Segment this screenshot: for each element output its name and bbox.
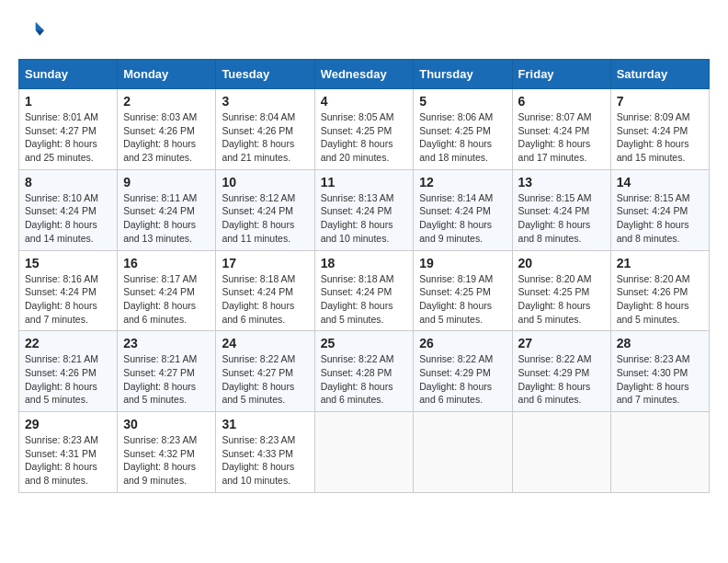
day-number: 24 <box>222 336 308 350</box>
calendar-week-1: 1 Sunrise: 8:01 AM Sunset: 4:27 PM Dayli… <box>19 89 710 170</box>
day-number: 29 <box>25 417 111 431</box>
calendar-cell: 2 Sunrise: 8:03 AM Sunset: 4:26 PM Dayli… <box>118 89 216 170</box>
day-number: 26 <box>419 336 506 350</box>
calendar-cell: 26 Sunrise: 8:22 AM Sunset: 4:29 PM Dayl… <box>414 331 512 412</box>
day-number: 16 <box>123 256 210 270</box>
day-info: Sunrise: 8:22 AM Sunset: 4:29 PM Dayligh… <box>419 352 506 407</box>
day-header-friday: Friday <box>512 60 610 89</box>
page-header <box>18 18 710 44</box>
day-header-saturday: Saturday <box>610 60 709 89</box>
day-info: Sunrise: 8:15 AM Sunset: 4:24 PM Dayligh… <box>518 191 605 246</box>
day-info: Sunrise: 8:23 AM Sunset: 4:31 PM Dayligh… <box>25 433 111 488</box>
calendar-cell: 12 Sunrise: 8:14 AM Sunset: 4:24 PM Dayl… <box>414 169 512 250</box>
day-number: 12 <box>419 175 506 190</box>
day-number: 4 <box>321 94 408 109</box>
calendar-week-3: 15 Sunrise: 8:16 AM Sunset: 4:24 PM Dayl… <box>19 250 710 331</box>
calendar-cell: 25 Sunrise: 8:22 AM Sunset: 4:28 PM Dayl… <box>314 331 414 412</box>
calendar-cell: 28 Sunrise: 8:23 AM Sunset: 4:30 PM Dayl… <box>610 331 709 412</box>
day-info: Sunrise: 8:16 AM Sunset: 4:24 PM Dayligh… <box>25 272 111 327</box>
calendar-cell: 22 Sunrise: 8:21 AM Sunset: 4:26 PM Dayl… <box>19 331 118 412</box>
day-number: 27 <box>518 336 605 350</box>
day-info: Sunrise: 8:15 AM Sunset: 4:24 PM Dayligh… <box>617 191 703 246</box>
day-info: Sunrise: 8:18 AM Sunset: 4:24 PM Dayligh… <box>321 272 408 327</box>
day-info: Sunrise: 8:17 AM Sunset: 4:24 PM Dayligh… <box>123 272 210 327</box>
day-info: Sunrise: 8:20 AM Sunset: 4:26 PM Dayligh… <box>617 272 703 327</box>
calendar-cell: 30 Sunrise: 8:23 AM Sunset: 4:32 PM Dayl… <box>118 412 216 493</box>
svg-marker-0 <box>36 22 44 30</box>
calendar-body: 1 Sunrise: 8:01 AM Sunset: 4:27 PM Dayli… <box>19 89 710 493</box>
day-info: Sunrise: 8:13 AM Sunset: 4:24 PM Dayligh… <box>321 191 408 246</box>
day-info: Sunrise: 8:20 AM Sunset: 4:25 PM Dayligh… <box>518 272 605 327</box>
day-header-sunday: Sunday <box>19 60 118 89</box>
day-number: 25 <box>321 336 408 350</box>
calendar-cell: 7 Sunrise: 8:09 AM Sunset: 4:24 PM Dayli… <box>610 89 709 170</box>
day-number: 19 <box>419 256 506 270</box>
svg-marker-1 <box>36 30 44 36</box>
day-number: 3 <box>222 94 308 109</box>
day-number: 17 <box>222 256 308 270</box>
day-info: Sunrise: 8:18 AM Sunset: 4:24 PM Dayligh… <box>222 272 308 327</box>
day-number: 18 <box>321 256 408 270</box>
calendar-cell: 19 Sunrise: 8:19 AM Sunset: 4:25 PM Dayl… <box>414 250 512 331</box>
day-info: Sunrise: 8:06 AM Sunset: 4:25 PM Dayligh… <box>419 110 506 165</box>
calendar-cell: 13 Sunrise: 8:15 AM Sunset: 4:24 PM Dayl… <box>512 169 610 250</box>
day-info: Sunrise: 8:21 AM Sunset: 4:26 PM Dayligh… <box>25 352 111 407</box>
day-header-tuesday: Tuesday <box>216 60 314 89</box>
day-info: Sunrise: 8:23 AM Sunset: 4:32 PM Dayligh… <box>123 433 210 488</box>
calendar-cell: 11 Sunrise: 8:13 AM Sunset: 4:24 PM Dayl… <box>314 169 414 250</box>
day-number: 6 <box>518 94 605 109</box>
calendar-cell: 18 Sunrise: 8:18 AM Sunset: 4:24 PM Dayl… <box>314 250 414 331</box>
day-info: Sunrise: 8:11 AM Sunset: 4:24 PM Dayligh… <box>123 191 210 246</box>
calendar-cell: 27 Sunrise: 8:22 AM Sunset: 4:29 PM Dayl… <box>512 331 610 412</box>
logo <box>18 18 48 44</box>
calendar-cell: 5 Sunrise: 8:06 AM Sunset: 4:25 PM Dayli… <box>414 89 512 170</box>
calendar-cell: 1 Sunrise: 8:01 AM Sunset: 4:27 PM Dayli… <box>19 89 118 170</box>
calendar-cell: 31 Sunrise: 8:23 AM Sunset: 4:33 PM Dayl… <box>216 412 314 493</box>
header-row: SundayMondayTuesdayWednesdayThursdayFrid… <box>19 60 710 89</box>
day-number: 8 <box>25 175 111 190</box>
day-info: Sunrise: 8:23 AM Sunset: 4:30 PM Dayligh… <box>617 352 703 407</box>
calendar-cell: 16 Sunrise: 8:17 AM Sunset: 4:24 PM Dayl… <box>118 250 216 331</box>
day-number: 2 <box>123 94 210 109</box>
day-number: 31 <box>222 417 308 431</box>
day-number: 13 <box>518 175 605 190</box>
calendar-cell: 3 Sunrise: 8:04 AM Sunset: 4:26 PM Dayli… <box>216 89 314 170</box>
calendar-cell: 4 Sunrise: 8:05 AM Sunset: 4:25 PM Dayli… <box>314 89 414 170</box>
day-number: 28 <box>617 336 703 350</box>
calendar-cell <box>414 412 512 493</box>
calendar-cell <box>314 412 414 493</box>
logo-icon <box>18 18 44 44</box>
day-number: 10 <box>222 175 308 190</box>
day-number: 15 <box>25 256 111 270</box>
day-number: 22 <box>25 336 111 350</box>
calendar-cell: 15 Sunrise: 8:16 AM Sunset: 4:24 PM Dayl… <box>19 250 118 331</box>
calendar-cell: 24 Sunrise: 8:22 AM Sunset: 4:27 PM Dayl… <box>216 331 314 412</box>
calendar-cell <box>610 412 709 493</box>
day-info: Sunrise: 8:21 AM Sunset: 4:27 PM Dayligh… <box>123 352 210 407</box>
day-info: Sunrise: 8:03 AM Sunset: 4:26 PM Dayligh… <box>123 110 210 165</box>
day-number: 1 <box>25 94 111 109</box>
calendar-cell: 23 Sunrise: 8:21 AM Sunset: 4:27 PM Dayl… <box>118 331 216 412</box>
calendar-cell: 17 Sunrise: 8:18 AM Sunset: 4:24 PM Dayl… <box>216 250 314 331</box>
day-info: Sunrise: 8:14 AM Sunset: 4:24 PM Dayligh… <box>419 191 506 246</box>
calendar-cell: 14 Sunrise: 8:15 AM Sunset: 4:24 PM Dayl… <box>610 169 709 250</box>
calendar-cell: 20 Sunrise: 8:20 AM Sunset: 4:25 PM Dayl… <box>512 250 610 331</box>
day-number: 30 <box>123 417 210 431</box>
day-info: Sunrise: 8:09 AM Sunset: 4:24 PM Dayligh… <box>617 110 703 165</box>
day-number: 23 <box>123 336 210 350</box>
day-number: 21 <box>617 256 703 270</box>
calendar-week-2: 8 Sunrise: 8:10 AM Sunset: 4:24 PM Dayli… <box>19 169 710 250</box>
day-number: 11 <box>321 175 408 190</box>
day-info: Sunrise: 8:12 AM Sunset: 4:24 PM Dayligh… <box>222 191 308 246</box>
day-info: Sunrise: 8:22 AM Sunset: 4:29 PM Dayligh… <box>518 352 605 407</box>
day-number: 7 <box>617 94 703 109</box>
calendar-cell: 10 Sunrise: 8:12 AM Sunset: 4:24 PM Dayl… <box>216 169 314 250</box>
day-header-thursday: Thursday <box>414 60 512 89</box>
day-info: Sunrise: 8:23 AM Sunset: 4:33 PM Dayligh… <box>222 433 308 488</box>
calendar-week-5: 29 Sunrise: 8:23 AM Sunset: 4:31 PM Dayl… <box>19 412 710 493</box>
day-info: Sunrise: 8:10 AM Sunset: 4:24 PM Dayligh… <box>25 191 111 246</box>
calendar-table: SundayMondayTuesdayWednesdayThursdayFrid… <box>18 59 710 493</box>
day-info: Sunrise: 8:19 AM Sunset: 4:25 PM Dayligh… <box>419 272 506 327</box>
calendar-header: SundayMondayTuesdayWednesdayThursdayFrid… <box>19 60 710 89</box>
day-info: Sunrise: 8:04 AM Sunset: 4:26 PM Dayligh… <box>222 110 308 165</box>
